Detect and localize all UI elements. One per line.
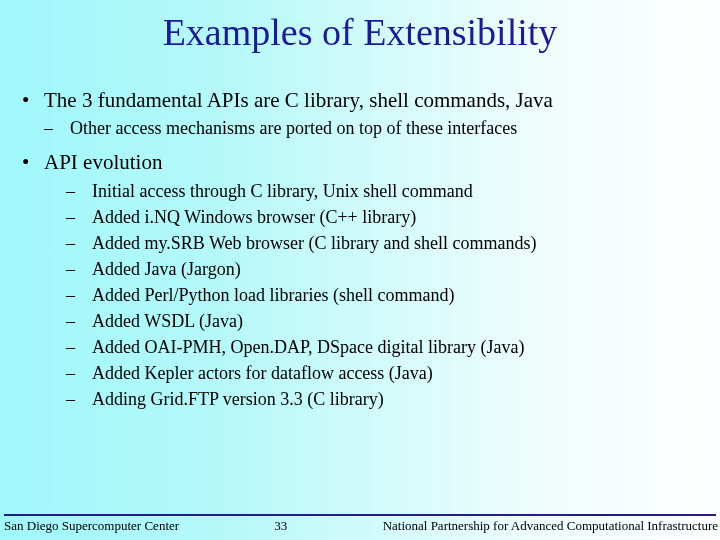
footer-right: National Partnership for Advanced Comput… bbox=[383, 518, 720, 534]
footer-left: San Diego Supercomputer Center bbox=[0, 518, 179, 534]
bullet-level2: Added OAI-PMH, Open.DAP, DSpace digital … bbox=[66, 337, 720, 359]
bullet-level2: Added i.NQ Windows browser (C++ library) bbox=[66, 207, 720, 229]
bullet-level2: Added my.SRB Web browser (C library and … bbox=[66, 233, 720, 255]
slide-footer: San Diego Supercomputer Center 33 Nation… bbox=[0, 514, 720, 534]
bullet-level2: Added Perl/Python load libraries (shell … bbox=[66, 285, 720, 307]
divider bbox=[4, 514, 716, 516]
bullet-level2: Added WSDL (Java) bbox=[66, 311, 720, 333]
bullet-level2: Other access mechanisms are ported on to… bbox=[44, 118, 720, 140]
bullet-level1: The 3 fundamental APIs are C library, sh… bbox=[22, 88, 720, 114]
bullet-level2: Added Kepler actors for dataflow access … bbox=[66, 363, 720, 385]
slide-number: 33 bbox=[274, 518, 287, 534]
slide-title: Examples of Extensibility bbox=[0, 0, 720, 54]
bullet-level2: Initial access through C library, Unix s… bbox=[66, 181, 720, 203]
bullet-level2: Added Java (Jargon) bbox=[66, 259, 720, 281]
bullet-level2: Adding Grid.FTP version 3.3 (C library) bbox=[66, 389, 720, 411]
bullet-level1: API evolution bbox=[22, 150, 720, 176]
sublist: Initial access through C library, Unix s… bbox=[44, 181, 720, 411]
slide-body: The 3 fundamental APIs are C library, sh… bbox=[0, 88, 720, 411]
